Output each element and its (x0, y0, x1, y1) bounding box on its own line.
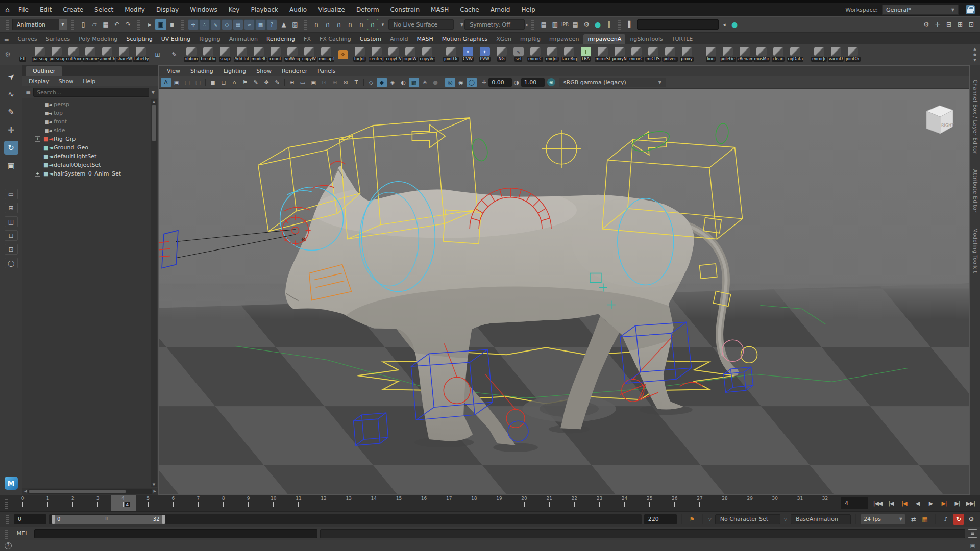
split-pane-layout-icon[interactable]: ⊟ (5, 230, 18, 241)
outliner-vscrollbar[interactable]: ▲▼ (151, 99, 157, 487)
timeline-frame[interactable]: 25 (637, 495, 662, 511)
shelf-button[interactable]: faceRig (560, 47, 577, 62)
shelf-button[interactable]: pa-snap (31, 47, 48, 62)
shelf-button[interactable]: mirJnt (544, 47, 560, 62)
make-live-icon[interactable]: ∩ (367, 19, 378, 30)
viewport-menu-item[interactable]: Panels (312, 68, 340, 74)
single-pane-layout-icon[interactable]: ▭ (5, 189, 18, 199)
move-tool-icon[interactable]: ✛ (4, 123, 18, 137)
timeline-frame[interactable]: 10 (261, 495, 286, 511)
scale-tool-icon[interactable]: ▣ (4, 159, 18, 172)
shelf-button[interactable]: count (267, 47, 284, 62)
viewport-menu-item[interactable]: Shading (185, 68, 218, 74)
shelf-tab[interactable]: Sculpting (122, 34, 156, 44)
chevron-down-icon[interactable]: ▼ (460, 22, 463, 27)
symmetry-field[interactable]: Symmetry: Off (464, 19, 525, 30)
timeline-frame[interactable]: 12 (311, 495, 336, 511)
outliner-item[interactable]: ■◄ side (22, 126, 158, 135)
chevron-right-icon[interactable]: ▸ (526, 22, 528, 27)
shelf-button[interactable]: snap (216, 47, 233, 62)
step-forward-key-button[interactable]: ▶| (938, 498, 950, 509)
render-settings-icon[interactable]: ⚙ (581, 19, 592, 30)
shelf-button[interactable]: ribbon (183, 47, 200, 62)
shelf-button[interactable]: miCtlS (645, 47, 662, 62)
paint-select-tool-icon[interactable]: ✎ (4, 105, 18, 119)
highlight-new-features-icon[interactable]: ● (729, 19, 740, 30)
shelf-tab[interactable]: mrpaween (545, 34, 583, 44)
shelf-button[interactable]: mocap1 (317, 47, 334, 62)
timeline-frame[interactable]: 27 (687, 495, 712, 511)
shelf-tab[interactable]: XGen (492, 34, 516, 44)
cached-playback-icon[interactable]: ↻ (953, 514, 964, 525)
timeline-frame[interactable]: 9 (236, 495, 261, 511)
timeline-frame[interactable]: 20 (512, 495, 537, 511)
bookmark-view-icon[interactable]: ⚑ (240, 78, 250, 87)
character-set-field[interactable]: No Character Set (715, 514, 780, 524)
shelf-button[interactable]: mirorJr (811, 47, 827, 62)
shelf-button[interactable]: FT (14, 47, 31, 62)
modeling-toolkit-icon[interactable]: ⚙ (921, 19, 932, 30)
use-all-lights-icon[interactable]: ✳ (420, 78, 430, 87)
timeline-frame[interactable]: 1 (35, 495, 60, 511)
menu-item[interactable]: Create (57, 6, 89, 13)
menu-item[interactable]: Key (223, 6, 246, 13)
shelf-button[interactable]: rigidW (402, 47, 419, 62)
mask-deformations-icon[interactable]: ▦ (233, 19, 243, 30)
select-component-icon[interactable]: ▪ (166, 19, 178, 30)
film-gate-icon[interactable]: ▭ (298, 78, 308, 87)
grid-toggle-icon[interactable]: ⊞ (287, 78, 297, 87)
color-management-icon[interactable]: ◉ (547, 78, 555, 86)
outliner-menu-item[interactable]: Show (59, 78, 74, 85)
command-input[interactable] (34, 529, 317, 538)
shelf-scroll[interactable]: ▲●▼ (971, 47, 979, 62)
shelf-button[interactable]: vacinD (827, 47, 844, 62)
timeline-frame[interactable]: 11 (286, 495, 311, 511)
shelf-tab[interactable]: UV Editing (157, 34, 194, 44)
select-tool-icon[interactable]: ➤ (1, 66, 21, 86)
shelf-button[interactable]: rigData (787, 47, 803, 62)
attribute-editor-toggle-icon[interactable]: ⊞ (954, 19, 966, 30)
animation-start-field[interactable]: 0 (14, 514, 46, 524)
pause-viewport-icon[interactable]: ‖ (603, 19, 615, 30)
section-grip[interactable] (531, 19, 534, 30)
shelf-button[interactable]: mirorC (628, 47, 645, 62)
camera-attrs-icon[interactable]: ▢ (182, 78, 192, 87)
chevron-down-icon[interactable]: ▼ (152, 90, 155, 95)
outliner-item[interactable]: ■◄ Ground_Geo (22, 143, 158, 152)
timeline-frame[interactable]: 2 (60, 495, 85, 511)
outliner-menu-item[interactable]: Help (83, 78, 95, 85)
shelf-tab[interactable]: Curves (13, 34, 41, 44)
shelf-button[interactable]: copyCV (385, 47, 402, 62)
mask-misc-icon[interactable]: ? (266, 19, 277, 30)
section-grip[interactable] (5, 529, 8, 539)
shelf-tab[interactable]: FX (300, 34, 315, 44)
gamma-icon[interactable]: ◑ (514, 79, 519, 86)
shelf-button[interactable]: ∿ sel (510, 47, 527, 62)
timeline-frame[interactable]: 19 (486, 495, 511, 511)
section-grip[interactable] (181, 19, 184, 30)
camera-bookmark-icon[interactable]: ▢ (193, 78, 203, 87)
timeline-frame[interactable]: 8 (211, 495, 236, 511)
viewport-menu-item[interactable]: View (162, 68, 185, 74)
outliner-item[interactable]: ■◄ top (22, 109, 158, 117)
shelf-button[interactable]: clean (770, 47, 787, 62)
timeline-frame[interactable]: 21 (537, 495, 562, 511)
shelf-button[interactable]: animCh (99, 47, 115, 62)
shelf-button[interactable]: modelC (250, 47, 267, 62)
field-chart-icon[interactable]: ⊞ (330, 78, 340, 87)
pencil-edit-icon[interactable]: ✎ (251, 78, 261, 87)
cache-clip-icon[interactable]: ▦ (919, 514, 930, 525)
animation-layer-field[interactable]: BaseAnimation (791, 514, 851, 524)
shelf-button[interactable]: poleGe (719, 47, 736, 62)
script-editor-icon[interactable]: ≡ (968, 529, 977, 538)
playback-range[interactable]: 0 ⠿ 32 (52, 515, 165, 524)
timeline-frame[interactable]: 28 (713, 495, 738, 511)
shelf-tab[interactable]: ngSkinTools (626, 34, 667, 44)
menu-item[interactable]: Arnold (485, 6, 516, 13)
mask-surfaces-icon[interactable]: ◇ (222, 19, 232, 30)
ipr-render-icon[interactable]: IPR (560, 19, 570, 30)
shelf-tab[interactable]: mrpaweenA (583, 34, 625, 44)
outliner-item[interactable]: ■◄ defaultLightSet (22, 152, 158, 161)
gamma-field[interactable]: 1.00 (521, 78, 545, 87)
anim-layer-caret-icon[interactable]: ▽ (784, 517, 787, 521)
